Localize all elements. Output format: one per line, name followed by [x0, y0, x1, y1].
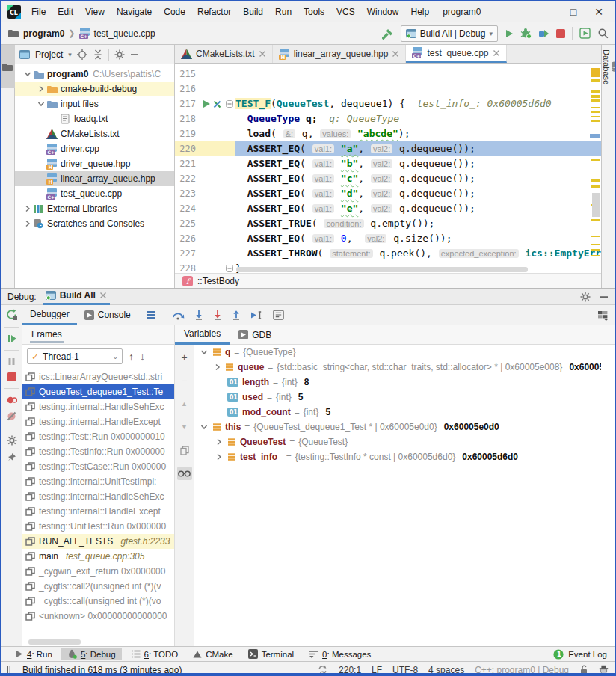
- debug-session-tab[interactable]: Build All: [43, 289, 110, 305]
- toolwindow-6-todo[interactable]: 6: TODO: [125, 648, 185, 660]
- menu-vcs[interactable]: VCS: [330, 4, 361, 19]
- event-log-button[interactable]: 1 Event Log: [553, 649, 607, 660]
- frame-row[interactable]: _cygtls::call2(unsigned int (*)(v: [22, 579, 174, 594]
- layout-settings-button[interactable]: [146, 310, 156, 319]
- tree-item-program0[interactable]: program0C:\Users\pattis\C: [15, 67, 174, 82]
- code-line-224[interactable]: 224 ASSERT_EQ( val1: "e", val2: q.dequeu…: [175, 201, 601, 216]
- code-line-217[interactable]: 217TEST_F(QueueTest, dequeue1) { test_in…: [175, 96, 601, 111]
- code-line-225[interactable]: 225 ASSERT_TRUE( condition: q.empty());: [175, 216, 601, 231]
- variable-row[interactable]: queue = {std::basic_string<char, std::ch…: [194, 360, 601, 375]
- tree-item-linear-array-queue-hpp[interactable]: Hlinear_array_queue.hpp: [15, 171, 174, 186]
- tree-item-test-queue-cpp[interactable]: C++test_queue.cpp: [15, 186, 174, 201]
- horizontal-scrollbar[interactable]: [236, 267, 528, 272]
- chevron-right-icon[interactable]: [214, 438, 224, 446]
- breadcrumb-file[interactable]: test_queue.cpp: [94, 28, 155, 39]
- menu-run[interactable]: Run: [269, 4, 298, 19]
- run-test-icon[interactable]: [202, 99, 211, 108]
- menu-tools[interactable]: Tools: [298, 4, 330, 19]
- toolwindow-0-messages[interactable]: 0: Messages: [303, 648, 377, 660]
- menu-code[interactable]: Code: [158, 4, 191, 19]
- frame-row[interactable]: maintest_queue.cpp:305: [22, 549, 174, 564]
- menu-build[interactable]: Build: [237, 4, 269, 19]
- vertical-scrollbar[interactable]: [592, 193, 600, 217]
- code-line-226[interactable]: 226 ASSERT_EQ( val1: 0, val2: q.size());: [175, 231, 601, 246]
- view-breakpoints-button[interactable]: [7, 396, 17, 405]
- code-line-221[interactable]: 221 ASSERT_EQ( val1: "b", val2: q.dequeu…: [175, 156, 601, 171]
- menu-edit[interactable]: Edit: [52, 4, 79, 19]
- tree-item-external-libraries[interactable]: External Libraries: [15, 201, 174, 216]
- minimize-button[interactable]: –: [535, 4, 561, 19]
- code-line-223[interactable]: 223 ASSERT_EQ( val1: "d", val2: q.dequeu…: [175, 186, 601, 201]
- frame-row[interactable]: testing::TestInfo::Run 0x000000: [22, 444, 174, 459]
- move-down-button[interactable]: ▼: [177, 420, 192, 434]
- chevron-right-icon[interactable]: [214, 453, 224, 461]
- gear-button[interactable]: [580, 292, 591, 302]
- editor-breadcrumb-item[interactable]: ::TestBody: [197, 276, 239, 286]
- run-to-cursor-button[interactable]: [250, 310, 263, 320]
- step-into-button[interactable]: [194, 310, 203, 320]
- frame-row[interactable]: _cygwin_exit_return 0x0000000: [22, 564, 174, 579]
- toolwindow-terminal[interactable]: Terminal: [242, 648, 300, 660]
- frame-row[interactable]: testing::Test::Run 0x000000010: [22, 429, 174, 444]
- hide-panel-button[interactable]: [130, 50, 139, 59]
- frame-row[interactable]: testing::internal::UnitTestImpl:: [22, 474, 174, 489]
- code-line-218[interactable]: 218 QueueType q; q: QueueType: [175, 111, 601, 126]
- variable-row[interactable]: this = {QueueTest_dequeue1_Test * | 0x60…: [194, 420, 601, 434]
- run-configuration-select[interactable]: Build All | Debug ▾: [401, 25, 498, 42]
- frame-row[interactable]: RUN_ALL_TESTSgtest.h:2233: [22, 534, 174, 549]
- frame-row[interactable]: _cygtls::call(unsigned int (*)(vo: [22, 594, 174, 609]
- tree-item-scratches-and-consoles[interactable]: Scratches and Consoles: [15, 216, 174, 231]
- step-out-button[interactable]: [232, 310, 241, 320]
- hector-icon[interactable]: [599, 665, 609, 675]
- pause-button[interactable]: [7, 357, 16, 366]
- chevron-down-icon[interactable]: [199, 348, 209, 356]
- build-hammer-button[interactable]: [382, 28, 394, 40]
- indent-setting[interactable]: 4 spaces: [428, 665, 464, 675]
- variable-row[interactable]: q = {QueueType}: [194, 345, 601, 360]
- menu-view[interactable]: View: [79, 4, 111, 19]
- settings-button[interactable]: [7, 435, 17, 446]
- menu-navigate[interactable]: Navigate: [111, 4, 158, 19]
- project-panel-title[interactable]: Project: [35, 49, 63, 60]
- variable-row[interactable]: test_info_ = {testing::TestInfo * const …: [194, 449, 601, 464]
- frame-row[interactable]: testing::internal::HandleSehExc: [22, 489, 174, 504]
- force-step-into-button[interactable]: [213, 310, 222, 320]
- resume-button[interactable]: [7, 334, 16, 343]
- variable-row[interactable]: 01used = {int}5: [194, 390, 601, 405]
- remove-watch-button[interactable]: −: [177, 374, 192, 387]
- tree-item-input-files[interactable]: input files: [15, 96, 174, 111]
- rerun-button[interactable]: [6, 309, 17, 320]
- chevron-down-icon[interactable]: [36, 100, 46, 108]
- code-line-216[interactable]: 216: [175, 82, 601, 96]
- close-tab-icon[interactable]: [99, 292, 107, 299]
- tree-item-loadq-txt[interactable]: loadq.txt: [15, 111, 174, 126]
- code-line-219[interactable]: 219 load( &: q, values: "abcde");: [175, 126, 601, 141]
- close-tab-icon[interactable]: [259, 50, 266, 58]
- tab-debugger[interactable]: Debugger: [22, 305, 77, 325]
- mute-breakpoints-button[interactable]: [7, 411, 16, 421]
- tab-console[interactable]: Console: [77, 305, 138, 325]
- step-over-button[interactable]: [172, 310, 185, 320]
- gear-button[interactable]: [114, 49, 125, 60]
- pin-button[interactable]: [7, 452, 16, 462]
- editor-tab-cmakelists-txt[interactable]: CMakeLists.txt: [175, 45, 273, 63]
- tab-gdb[interactable]: GDB: [230, 325, 280, 345]
- close-tab-icon[interactable]: [493, 49, 500, 57]
- locate-target-button[interactable]: [77, 49, 87, 60]
- variable-row[interactable]: 01mod_count = {int}5: [194, 405, 601, 420]
- chevron-right-icon[interactable]: [22, 220, 33, 227]
- duplicate-button[interactable]: [177, 443, 192, 457]
- line-separator[interactable]: LF: [372, 665, 382, 675]
- frame-row[interactable]: testing::internal::HandleExcept: [22, 414, 174, 429]
- attach-process-button[interactable]: [538, 28, 549, 39]
- evaluate-button[interactable]: [273, 310, 284, 320]
- code-line-215[interactable]: 215: [175, 67, 601, 82]
- tree-item-driver-queue-hpp[interactable]: Hdriver_queue.hpp: [15, 156, 174, 171]
- frames-horizontal-scrollbar[interactable]: [28, 639, 81, 645]
- menu-file[interactable]: File: [25, 4, 52, 19]
- frame-row[interactable]: testing::internal::HandleExcept: [22, 504, 174, 519]
- caret-position[interactable]: 220:1: [339, 665, 361, 675]
- chevron-down-icon[interactable]: [22, 70, 33, 78]
- editor-tab-test-queue-cpp[interactable]: C++test_queue.cpp: [406, 45, 506, 63]
- frame-row[interactable]: testing::UnitTest::Run 0x000000: [22, 519, 174, 534]
